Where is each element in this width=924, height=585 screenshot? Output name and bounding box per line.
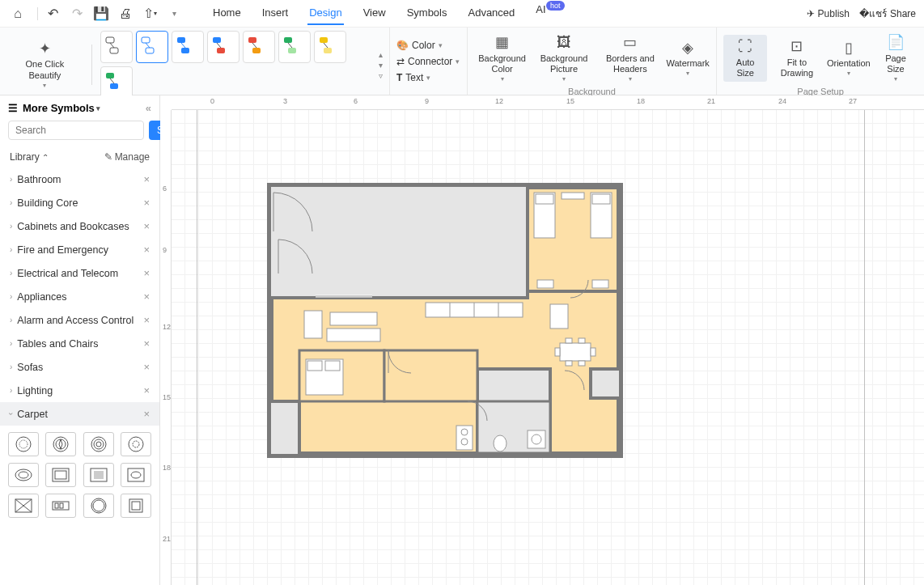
page-size-button[interactable]: 📄Page Size▾ xyxy=(874,31,918,87)
share-button[interactable]: �แชร์ Share xyxy=(859,6,916,21)
export-icon[interactable]: ⇧▾ xyxy=(140,4,159,23)
home-icon[interactable]: ⌂ xyxy=(8,4,28,23)
connector-dropdown[interactable]: ⇄Connector▾ xyxy=(393,54,463,69)
carpet-symbol-4[interactable] xyxy=(121,432,151,456)
cat-electrical[interactable]: ›Electrical and Telecom× xyxy=(0,261,159,285)
theme-more-icon[interactable]: ▿ xyxy=(379,71,383,80)
more-icon[interactable]: ▾ xyxy=(164,4,184,23)
theme-4[interactable] xyxy=(207,31,239,63)
tab-home[interactable]: Home xyxy=(211,2,243,25)
close-icon[interactable]: × xyxy=(143,267,150,279)
connector-icon: ⇄ xyxy=(396,56,405,67)
close-icon[interactable]: × xyxy=(143,173,150,185)
theme-3[interactable] xyxy=(172,31,204,63)
tab-ai[interactable]: AI xyxy=(534,0,545,20)
watermark-button[interactable]: ◈Watermark▾ xyxy=(666,36,710,81)
one-click-beautify-button[interactable]: ✦ One Click Beautify ▾ xyxy=(6,37,83,93)
color-dropdown[interactable]: 🎨Color▾ xyxy=(393,38,463,53)
theme-8[interactable] xyxy=(100,66,133,99)
tab-insert[interactable]: Insert xyxy=(261,2,290,25)
close-icon[interactable]: × xyxy=(143,220,150,232)
svg-rect-50 xyxy=(591,193,612,238)
svg-rect-61 xyxy=(330,312,377,325)
carpet-symbol-3[interactable] xyxy=(83,432,114,456)
svg-rect-77 xyxy=(528,430,545,448)
close-icon[interactable]: × xyxy=(143,361,150,373)
cat-tables[interactable]: ›Tables and Chairs× xyxy=(0,332,159,355)
svg-rect-69 xyxy=(550,304,568,329)
autosize-icon: ⛶ xyxy=(738,38,752,56)
close-icon[interactable]: × xyxy=(143,290,150,303)
tab-advanced[interactable]: Advanced xyxy=(466,2,516,25)
redo-icon[interactable]: ↷ xyxy=(67,4,87,23)
text-dropdown[interactable]: TText▾ xyxy=(393,70,463,85)
ribbon: ✦ One Click Beautify ▾ ▴ ▾ ▿ Beautify xyxy=(0,28,924,95)
carpet-symbol-10[interactable] xyxy=(45,494,76,518)
cat-building-core[interactable]: ›Building Core× xyxy=(0,191,159,214)
carpet-symbol-8[interactable] xyxy=(121,463,151,487)
cat-sofas[interactable]: ›Sofas× xyxy=(0,355,159,379)
theme-1[interactable] xyxy=(100,31,133,63)
cat-carpet[interactable]: ›Carpet× xyxy=(0,402,159,426)
cat-bathroom[interactable]: ›Bathroom× xyxy=(0,167,159,191)
fit-drawing-button[interactable]: ⊡Fit to Drawing xyxy=(770,35,823,82)
library-label[interactable]: Library ⌃ xyxy=(10,151,49,163)
theme-up-icon[interactable]: ▴ xyxy=(379,50,383,59)
save-icon[interactable]: 💾 xyxy=(91,4,111,23)
ruler-horizontal: 0 3 6 9 12 15 18 21 24 27 xyxy=(172,95,924,110)
manage-button[interactable]: ✎Manage xyxy=(104,151,150,163)
cat-alarm[interactable]: ›Alarm and Access Control× xyxy=(0,308,159,332)
auto-size-button[interactable]: ⛶Auto Size xyxy=(723,35,767,82)
carpet-symbol-7[interactable] xyxy=(83,463,114,487)
cat-cabinets[interactable]: ›Cabinets and Bookcases× xyxy=(0,214,159,238)
publish-button[interactable]: ✈ Publish xyxy=(807,8,850,19)
orientation-button[interactable]: ▯Orientation▾ xyxy=(827,36,871,81)
borders-headers-button[interactable]: ▭Borders and Headers▾ xyxy=(598,31,663,87)
palette-icon: 🎨 xyxy=(396,40,409,51)
cat-fire[interactable]: ›Fire and Emergency× xyxy=(0,238,159,261)
background-color-button[interactable]: ▦Background Color▾ xyxy=(474,31,531,87)
theme-2[interactable] xyxy=(136,31,168,63)
print-icon[interactable]: 🖨 xyxy=(116,4,135,23)
background-picture-button[interactable]: 🖼Background Picture▾ xyxy=(534,31,595,87)
svg-rect-36 xyxy=(60,503,63,508)
bgpic-icon: 🖼 xyxy=(557,34,571,52)
cat-lighting[interactable]: ›Lighting× xyxy=(0,379,159,402)
svg-point-24 xyxy=(133,441,139,447)
close-icon[interactable]: × xyxy=(143,197,150,209)
theme-6[interactable] xyxy=(278,31,311,63)
carpet-symbol-11[interactable] xyxy=(83,494,114,518)
tab-symbols[interactable]: Symbols xyxy=(405,2,449,25)
close-icon[interactable]: × xyxy=(143,337,150,350)
floorplan-drawing[interactable] xyxy=(267,183,623,461)
carpet-symbol-5[interactable] xyxy=(8,463,39,487)
close-icon[interactable]: × xyxy=(143,384,150,396)
close-icon[interactable]: × xyxy=(143,314,150,326)
carpet-symbol-1[interactable] xyxy=(8,432,39,456)
svg-rect-12 xyxy=(320,37,328,43)
carpet-symbol-9[interactable] xyxy=(8,494,39,518)
tab-design[interactable]: Design xyxy=(307,2,343,25)
svg-point-38 xyxy=(93,500,104,511)
collapse-sidebar-icon[interactable]: « xyxy=(146,102,151,114)
svg-rect-13 xyxy=(324,48,332,53)
search-input[interactable] xyxy=(8,121,144,140)
theme-5[interactable] xyxy=(243,31,275,63)
carpet-symbol-2[interactable] xyxy=(45,432,76,456)
sidebar: ☰ More Symbols ▾ « Search Library ⌃ ✎Man… xyxy=(0,95,160,585)
tab-view[interactable]: View xyxy=(362,2,388,25)
close-icon[interactable]: × xyxy=(143,408,150,420)
svg-rect-67 xyxy=(555,348,560,356)
cat-appliances[interactable]: ›Appliances× xyxy=(0,285,159,308)
svg-rect-35 xyxy=(55,503,58,508)
theme-down-icon[interactable]: ▾ xyxy=(379,61,383,70)
close-icon[interactable]: × xyxy=(143,244,150,256)
svg-rect-63 xyxy=(566,338,572,343)
carpet-symbol-12[interactable] xyxy=(121,494,151,518)
carpet-symbol-6[interactable] xyxy=(45,463,76,487)
sidebar-title[interactable]: More Symbols xyxy=(23,102,95,114)
undo-icon[interactable]: ↶ xyxy=(43,4,62,23)
fit-icon: ⊡ xyxy=(790,38,803,56)
theme-7[interactable] xyxy=(314,31,346,63)
orientation-icon: ▯ xyxy=(845,40,853,57)
